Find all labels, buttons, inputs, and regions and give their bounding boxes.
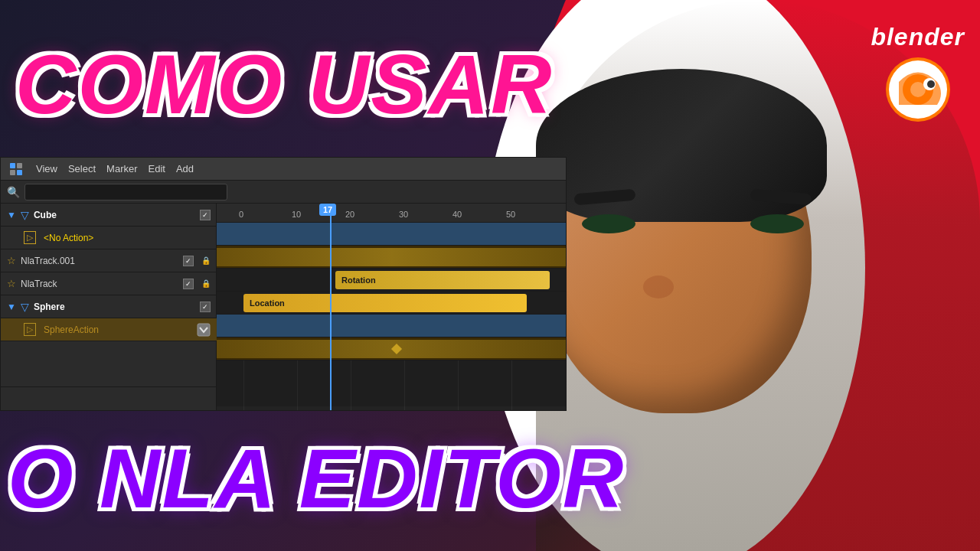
ruler-mark-20: 20 <box>345 210 354 219</box>
nla-001-checkbox[interactable] <box>183 256 194 266</box>
timeline-sphere-row <box>217 315 566 337</box>
svg-rect-6 <box>10 163 15 168</box>
timeline-cube-row <box>217 223 566 246</box>
track-cube[interactable]: ▼ ▽ Cube <box>1 204 217 227</box>
nla-star-icon: ☆ <box>7 278 16 289</box>
menu-item-select[interactable]: Select <box>68 163 96 174</box>
ruler-mark-50: 50 <box>506 210 515 219</box>
cursor-frame-label: 17 <box>319 204 336 216</box>
menu-item-view[interactable]: View <box>36 163 57 174</box>
rotation-strip[interactable]: Rotation <box>335 271 550 289</box>
editor-type-icon[interactable] <box>7 160 25 178</box>
location-strip-label: Location <box>250 298 285 308</box>
cube-label: Cube <box>34 210 195 220</box>
rotation-strip-label: Rotation <box>341 276 376 285</box>
menu-item-edit[interactable]: Edit <box>149 163 165 174</box>
cube-checkbox[interactable] <box>200 210 211 220</box>
timeline-nla-row: Location <box>217 292 566 315</box>
search-bar-row: 🔍 <box>1 181 566 204</box>
sphere-object-icon: ▽ <box>21 301 29 313</box>
cursor-empty <box>330 204 332 410</box>
title-como-usar-text: COMO USAR <box>15 37 553 131</box>
timeline-empty-row <box>217 360 566 406</box>
sphere-action-label: SphereAction <box>44 324 192 335</box>
track-names-panel: ▼ ▽ Cube ▷ <No Action> ☆ NlaTrack.001 🔒 … <box>1 204 217 410</box>
push-down-icon[interactable] <box>197 323 211 337</box>
ruler-mark-0: 0 <box>239 210 243 219</box>
svg-rect-8 <box>10 170 15 175</box>
track-nla-001[interactable]: ☆ NlaTrack.001 🔒 <box>1 249 217 272</box>
no-action-bar <box>217 248 566 266</box>
nla-tracks-container: ▼ ▽ Cube ▷ <No Action> ☆ NlaTrack.001 🔒 … <box>1 204 566 410</box>
menu-bar: View Select Marker Edit Add <box>1 158 566 181</box>
sphere-expand-arrow: ▼ <box>7 302 16 312</box>
sphere-checkbox[interactable] <box>200 302 211 312</box>
svg-rect-7 <box>17 163 22 168</box>
title-nla-editor: O NLA EDITOR <box>8 436 625 520</box>
nla-001-label: NlaTrack.001 <box>21 256 178 266</box>
track-no-action[interactable]: ▷ <No Action> <box>1 227 217 249</box>
track-sphere[interactable]: ▼ ▽ Sphere <box>1 295 217 318</box>
nla-001-star-icon: ☆ <box>7 255 16 266</box>
nla-label: NlaTrack <box>21 279 178 289</box>
svg-rect-10 <box>198 324 210 336</box>
track-nla[interactable]: ☆ NlaTrack 🔒 <box>1 272 217 295</box>
timeline-no-action-row <box>217 246 566 269</box>
track-sphere-action[interactable]: ▷ SphereAction <box>1 318 217 341</box>
cube-expand-arrow: ▼ <box>7 210 16 220</box>
sphere-label: Sphere <box>34 302 195 312</box>
search-input[interactable] <box>24 184 227 201</box>
ruler-mark-40: 40 <box>452 210 462 219</box>
ruler-mark-30: 30 <box>399 210 408 219</box>
blender-logo-text: blender <box>871 23 965 51</box>
sphere-action-icon: ▷ <box>24 323 36 336</box>
timeline-nla-001-row: Rotation <box>217 269 566 292</box>
timeline-cursor-ruler: 17 <box>330 204 332 222</box>
action-strip-icon: ▷ <box>24 231 36 244</box>
location-strip[interactable]: Location <box>243 294 527 312</box>
nla-001-lock-icon: 🔒 <box>201 256 211 265</box>
blender-logo: blender <box>871 23 965 124</box>
svg-rect-9 <box>17 170 22 175</box>
no-action-label: <No Action> <box>44 233 211 243</box>
title-nla-editor-text: O NLA EDITOR <box>8 431 625 525</box>
menu-item-marker[interactable]: Marker <box>106 163 137 174</box>
nla-lock-icon: 🔒 <box>201 279 211 288</box>
nla-checkbox[interactable] <box>183 279 194 289</box>
blender-icon <box>884 55 952 124</box>
svg-point-5 <box>927 80 935 88</box>
cube-object-icon: ▽ <box>21 209 29 221</box>
timeline-area: 0 10 20 30 40 50 17 <box>217 204 566 410</box>
menu-item-add[interactable]: Add <box>176 163 194 174</box>
timeline-sphere-action-row <box>217 337 566 360</box>
track-empty-space <box>1 341 216 387</box>
timeline-ruler: 0 10 20 30 40 50 17 <box>217 204 566 223</box>
title-como-usar: COMO USAR <box>15 42 553 126</box>
nla-editor-panel: View Select Marker Edit Add 🔍 ▼ ▽ Cube ▷… <box>0 157 567 411</box>
ruler-mark-10: 10 <box>292 210 301 219</box>
search-icon: 🔍 <box>7 186 20 198</box>
